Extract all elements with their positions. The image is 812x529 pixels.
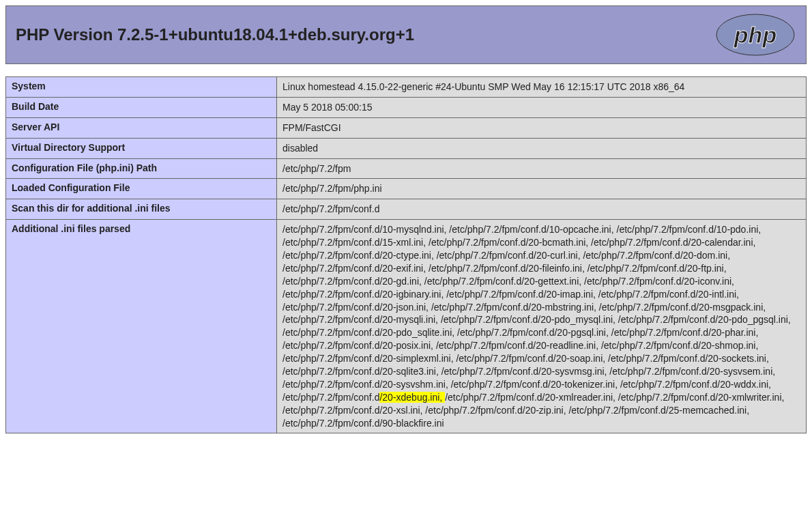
ini-list-before: /etc/php/7.2/fpm/conf.d/10-mysqlnd.ini, … [282,224,791,403]
page-title: PHP Version 7.2.5-1+ubuntu18.04.1+deb.su… [16,25,414,44]
phpinfo-table: System Linux homestead 4.15.0-22-generic… [5,76,807,433]
row-value: /etc/php/7.2/fpm/conf.d [277,199,807,220]
svg-text:php: php [734,22,777,48]
row-label: Scan this dir for additional .ini files [6,199,277,220]
table-row-additional-ini: Additional .ini files parsed /etc/php/7.… [6,220,807,433]
table-row: Configuration File (php.ini) Path /etc/p… [6,158,807,179]
table-row: Scan this dir for additional .ini files … [6,199,807,220]
phpinfo-table-body: System Linux homestead 4.15.0-22-generic… [6,77,807,433]
row-label: Additional .ini files parsed [6,220,277,433]
table-row: Build Date May 5 2018 05:00:15 [6,97,807,117]
row-value: FPM/FastCGI [277,117,807,138]
row-value: disabled [277,138,807,158]
row-label: Configuration File (php.ini) Path [6,158,277,179]
php-logo-icon: php [714,13,796,57]
table-row: Server API FPM/FastCGI [6,117,807,138]
row-value-additional: /etc/php/7.2/fpm/conf.d/10-mysqlnd.ini, … [277,220,807,433]
ini-highlight-xdebug: /20-xdebug.ini, [379,392,445,403]
row-value: Linux homestead 4.15.0-22-generic #24-Ub… [277,77,807,98]
phpinfo-header: PHP Version 7.2.5-1+ubuntu18.04.1+deb.su… [5,5,807,64]
row-value: /etc/php/7.2/fpm/php.ini [277,179,807,199]
row-label: Build Date [6,97,277,117]
row-label: Virtual Directory Support [6,138,277,158]
table-row: Loaded Configuration File /etc/php/7.2/f… [6,179,807,199]
row-label: Server API [6,117,277,138]
row-value: /etc/php/7.2/fpm [277,158,807,179]
row-value: May 5 2018 05:00:15 [277,97,807,117]
table-row: Virtual Directory Support disabled [6,138,807,158]
row-label: System [6,77,277,98]
row-label: Loaded Configuration File [6,179,277,199]
table-row: System Linux homestead 4.15.0-22-generic… [6,77,807,98]
